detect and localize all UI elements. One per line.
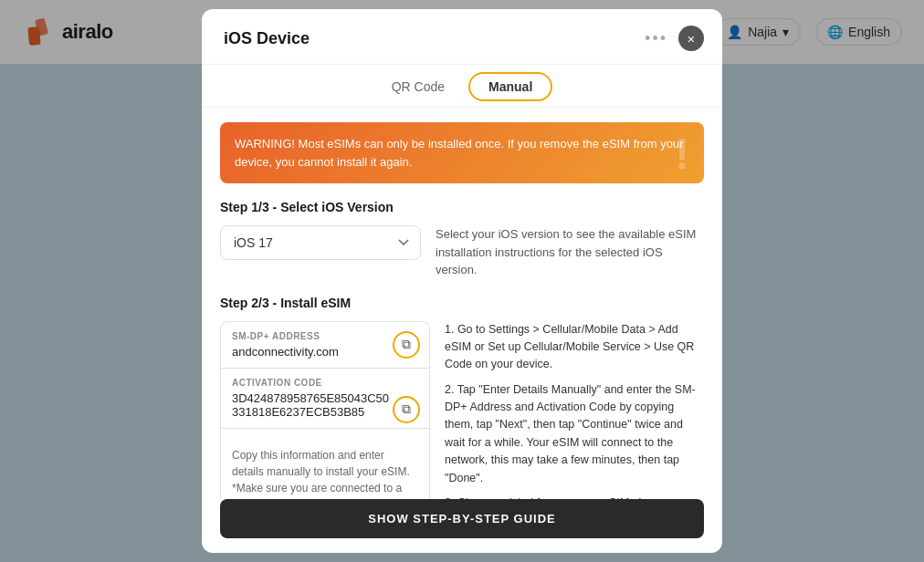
cta-area: SHOW STEP-BY-STEP GUIDE [202, 499, 722, 553]
copy-activation-button[interactable]: ⧉ [393, 396, 420, 423]
ios-version-select-wrap: iOS 16 iOS 17 iOS 18 [220, 225, 421, 279]
modal-title: iOS Device [224, 29, 645, 48]
tab-manual[interactable]: Manual [470, 74, 551, 99]
sm-dp-value: andconnectivity.com [232, 345, 418, 359]
step-2-content: SM-DP+ ADDRESS andconnectivity.com ⧉ ACT… [220, 321, 704, 500]
instruction-2: 2. Tap "Enter Details Manually" and ente… [445, 381, 704, 487]
step-1-section: Step 1/3 - Select iOS Version iOS 16 iOS… [220, 200, 704, 279]
activation-code-field: ACTIVATION CODE 3D424878958765E85043C503… [221, 369, 429, 429]
activation-code-value: 3D424878958765E85043C50331818E6237ECB53B… [232, 391, 418, 419]
modal-header: iOS Device ••• × [202, 9, 722, 65]
step-1-label: Step 1/3 - Select iOS Version [220, 200, 704, 214]
modal-body: WARNING! Most eSIMs can only be installe… [202, 108, 722, 499]
more-options-button[interactable]: ••• [645, 29, 667, 48]
tab-qr-label: QR Code [392, 79, 445, 94]
tab-qr-code[interactable]: QR Code [373, 74, 463, 99]
tab-bar: QR Code Manual [202, 65, 722, 108]
warning-banner: WARNING! Most eSIMs can only be installe… [220, 122, 704, 183]
ios-device-modal: iOS Device ••• × QR Code Manual WARNING!… [202, 9, 722, 553]
close-icon: × [688, 32, 696, 46]
sm-dp-field: SM-DP+ ADDRESS andconnectivity.com ⧉ [221, 322, 429, 369]
show-guide-button[interactable]: SHOW STEP-BY-STEP GUIDE [220, 499, 704, 538]
step-2-instructions: 1. Go to Settings > Cellular/Mobile Data… [445, 321, 704, 500]
copy-sm-dp-button[interactable]: ⧉ [393, 331, 420, 359]
ios-hint-text: Select your iOS version to see the avail… [436, 225, 704, 279]
close-button[interactable]: × [678, 26, 704, 51]
instruction-1: 1. Go to Settings > Cellular/Mobile Data… [445, 321, 704, 374]
tab-active-indicator [468, 72, 552, 101]
copy-activation-icon: ⧉ [402, 401, 411, 417]
copy-icon: ⧉ [402, 337, 411, 352]
panel-note-area: Copy this information and enter details … [221, 429, 429, 500]
step-2-label: Step 2/3 - Install eSIM [220, 296, 704, 310]
panel-bottom-note: Copy this information and enter details … [232, 447, 418, 500]
sm-dp-label: SM-DP+ ADDRESS [232, 331, 418, 341]
step-2-section: Step 2/3 - Install eSIM SM-DP+ ADDRESS a… [220, 296, 704, 500]
ios-version-select[interactable]: iOS 16 iOS 17 iOS 18 [220, 225, 421, 260]
activation-code-label: ACTIVATION CODE [232, 378, 418, 388]
esim-credentials-panel: SM-DP+ ADDRESS andconnectivity.com ⧉ ACT… [220, 321, 430, 500]
step-1-content: iOS 16 iOS 17 iOS 18 Select your iOS ver… [220, 225, 704, 279]
warning-text: WARNING! Most eSIMs can only be installe… [235, 135, 689, 171]
